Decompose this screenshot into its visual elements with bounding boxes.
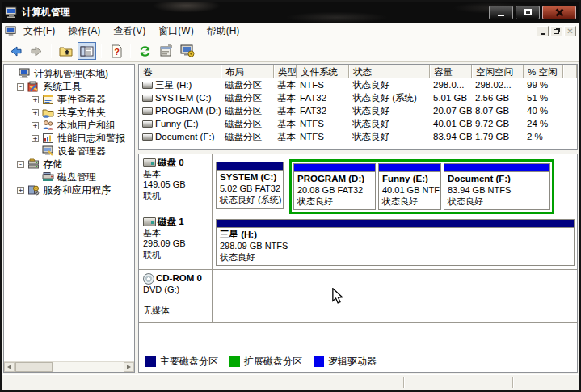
logical-drive-bar bbox=[379, 164, 440, 172]
column-header-percent-free[interactable]: % 空闲 bbox=[524, 65, 563, 78]
column-header-capacity[interactable]: 容量 bbox=[430, 65, 472, 78]
show-hide-console-tree-button[interactable] bbox=[78, 42, 96, 60]
menu-item-file[interactable]: 文件(F) bbox=[17, 23, 61, 40]
sidebar-item-computer-management[interactable]: 计算机管理(本地) bbox=[4, 67, 134, 80]
close-icon bbox=[555, 8, 564, 17]
column-header-filesystem[interactable]: 文件系统 bbox=[297, 65, 349, 78]
properties-icon bbox=[159, 44, 173, 57]
tree-horizontal-scrollbar[interactable] bbox=[4, 361, 134, 372]
console-settings-icon bbox=[180, 44, 195, 57]
close-button[interactable] bbox=[542, 6, 576, 19]
menu-item-window[interactable]: 窗口(W) bbox=[152, 23, 200, 40]
mdi-restore-icon bbox=[554, 29, 559, 34]
volume-list-header: 卷 布局 类型 文件系统 状态 容量 空闲空间 % 空闲 bbox=[139, 65, 577, 78]
app-icon bbox=[5, 6, 18, 19]
primary-partition-swatch bbox=[145, 356, 156, 367]
sidebar-item-performance-logs-alerts[interactable]: + 性能日志和警报 bbox=[4, 132, 134, 145]
menu-item-view[interactable]: 查看(V) bbox=[107, 23, 152, 40]
mdi-minimize-icon bbox=[541, 33, 545, 35]
mdi-restore-button[interactable] bbox=[550, 26, 562, 36]
table-row[interactable]: PROGRAM (D:) 磁盘分区 基本 FAT32 状态良好 20.07 GB… bbox=[139, 104, 577, 117]
event-viewer-icon bbox=[42, 94, 54, 105]
disk-1-label[interactable]: 磁盘 1 基本 298.09 GB 联机 bbox=[139, 213, 213, 269]
expand-icon[interactable]: + bbox=[32, 135, 39, 142]
minimize-button[interactable] bbox=[489, 6, 513, 19]
volume-name: Document (F:) bbox=[155, 132, 215, 141]
sidebar-item-label: 本地用户和组 bbox=[57, 119, 116, 133]
scroll-left-arrow[interactable] bbox=[4, 362, 15, 372]
partition-system-c[interactable]: SYSTEM (C:) 5.02 GB FAT32 状态良好 (系统) bbox=[216, 162, 284, 209]
forward-button[interactable] bbox=[27, 42, 46, 60]
legend-item-logical: 逻辑驱动器 bbox=[314, 355, 377, 369]
scroll-right-arrow[interactable] bbox=[124, 362, 134, 372]
storage-icon bbox=[27, 158, 40, 170]
table-row[interactable]: 三星 (H:) 磁盘分区 基本 NTFS 状态良好 298.0... 298.0… bbox=[139, 78, 577, 91]
volume-name: Funny (E:) bbox=[155, 119, 199, 129]
column-header-volume[interactable]: 卷 bbox=[139, 65, 221, 78]
table-row[interactable]: SYSTEM (C:) 磁盘分区 基本 FAT32 状态良好 (系统) 5.01… bbox=[139, 91, 577, 104]
disk-type: 基本 bbox=[143, 228, 210, 239]
table-row[interactable]: Funny (E:) 磁盘分区 基本 NTFS 状态良好 40.01 GB 9.… bbox=[139, 117, 577, 130]
partition-program-d[interactable]: PROGRAM (D:) 20.08 GB FAT32 状态良好 bbox=[293, 163, 376, 210]
column-header-type[interactable]: 类型 bbox=[274, 65, 297, 78]
column-header-layout[interactable]: 布局 bbox=[221, 65, 274, 78]
mdi-close-icon: ✕ bbox=[566, 27, 573, 36]
help-button[interactable]: ? bbox=[107, 42, 125, 60]
local-users-groups-icon bbox=[42, 120, 54, 131]
disk-0-label[interactable]: 磁盘 0 基本 149.05 GB 联机 bbox=[139, 154, 213, 213]
collapse-icon[interactable]: - bbox=[17, 83, 24, 91]
up-folder-button[interactable] bbox=[57, 42, 75, 60]
mdi-minimize-button[interactable] bbox=[537, 26, 549, 36]
main-area: 计算机管理(本地) - 系统工具 + 事件查看器 bbox=[2, 62, 579, 374]
back-button[interactable] bbox=[6, 42, 25, 60]
cdrom-0-label[interactable]: CD-ROM 0 DVD (G:) 无媒体 bbox=[139, 270, 213, 322]
table-row[interactable]: Document (F:) 磁盘分区 基本 NTFS 状态良好 83.94 GB… bbox=[139, 130, 577, 143]
sidebar-item-event-viewer[interactable]: + 事件查看器 bbox=[4, 93, 134, 106]
disk-name: 磁盘 1 bbox=[158, 217, 184, 228]
disk-1-row: 磁盘 1 基本 298.09 GB 联机 三星 (H:) 298.09 GB N… bbox=[139, 213, 577, 270]
expand-icon[interactable]: + bbox=[32, 122, 39, 129]
disk-status: 联机 bbox=[143, 191, 210, 202]
mdi-close-button[interactable]: ✕ bbox=[564, 26, 576, 36]
title-bar[interactable]: 计算机管理 bbox=[2, 2, 579, 23]
menu-item-action[interactable]: 操作(A) bbox=[61, 23, 107, 40]
properties-button[interactable] bbox=[157, 42, 175, 60]
volume-name: 三星 (H:) bbox=[155, 79, 192, 91]
disk-icon bbox=[143, 217, 156, 226]
expand-icon[interactable]: + bbox=[32, 96, 39, 103]
partition-funny-e[interactable]: Funny (E:) 40.01 GB NTFS 状态良好 bbox=[378, 163, 441, 210]
disk-size: 149.05 GB bbox=[143, 179, 210, 191]
sidebar-item-services-and-applications[interactable]: + 服务和应用程序 bbox=[4, 183, 134, 196]
expand-icon[interactable]: + bbox=[32, 109, 39, 116]
sidebar-item-local-users-and-groups[interactable]: + 本地用户和组 bbox=[4, 119, 134, 132]
svg-text:?: ? bbox=[114, 47, 120, 57]
sidebar-item-shared-folders[interactable]: + 共享文件夹 bbox=[4, 106, 134, 119]
volume-icon bbox=[142, 95, 153, 102]
sidebar-item-device-manager[interactable]: 设备管理器 bbox=[4, 145, 134, 158]
refresh-button[interactable] bbox=[136, 42, 154, 60]
collapse-icon[interactable]: - bbox=[17, 161, 24, 168]
volume-icon bbox=[142, 107, 153, 115]
menu-item-help[interactable]: 帮助(H) bbox=[200, 23, 246, 40]
disk-name: 磁盘 0 bbox=[158, 158, 184, 169]
console-settings-button[interactable] bbox=[178, 42, 196, 60]
sidebar-item-storage[interactable]: - 存储 bbox=[4, 158, 134, 171]
computer-icon bbox=[19, 68, 31, 79]
sidebar-item-label: 性能日志和警报 bbox=[57, 132, 125, 145]
column-header-free-space[interactable]: 空闲空间 bbox=[472, 65, 524, 78]
column-header-filler bbox=[563, 65, 577, 78]
scrollbar-thumb[interactable] bbox=[15, 362, 53, 372]
mouse-cursor bbox=[331, 288, 346, 304]
maximize-button[interactable] bbox=[516, 6, 540, 19]
partition-samsung-h[interactable]: 三星 (H:) 298.09 GB NTFS 状态良好 bbox=[216, 219, 575, 266]
up-folder-icon bbox=[59, 44, 74, 57]
column-header-status[interactable]: 状态 bbox=[349, 65, 430, 78]
expand-icon[interactable]: + bbox=[17, 187, 24, 194]
partition-document-f[interactable]: Document (F:) 83.94 GB NTFS 状态良好 bbox=[444, 163, 550, 210]
partition-legend: 主要磁盘分区 扩展磁盘分区 逻辑驱动器 bbox=[139, 352, 577, 372]
sidebar-item-system-tools[interactable]: - 系统工具 bbox=[4, 80, 134, 93]
sidebar-item-disk-management[interactable]: 磁盘管理 bbox=[4, 171, 134, 183]
mdi-document-icon[interactable] bbox=[5, 26, 17, 37]
toolbar-separator bbox=[51, 44, 52, 58]
extended-partition-swatch bbox=[229, 356, 240, 367]
